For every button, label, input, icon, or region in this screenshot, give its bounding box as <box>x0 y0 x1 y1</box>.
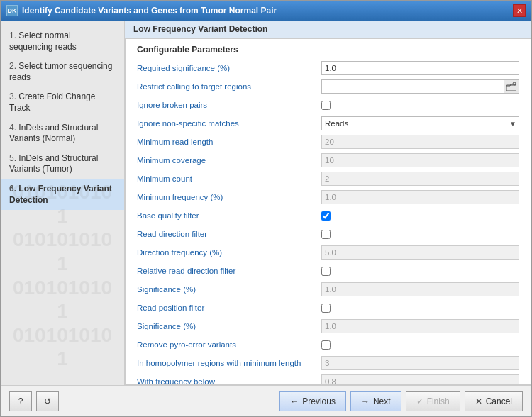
field-restrict-target: Restrict calling to target regions <box>137 79 519 94</box>
field-homopolymer-len: In homopolymer regions with minimum leng… <box>137 355 519 371</box>
label-dir-freq: Direction frequency (%) <box>137 248 321 257</box>
field-remove-pyro: Remove pyro-error variants <box>137 337 519 352</box>
checkbox-read-dir-filter[interactable] <box>321 230 331 239</box>
input-req-sig[interactable] <box>321 61 519 75</box>
input-restrict-target[interactable] <box>321 79 504 94</box>
main-panel: Low Frequency Variant Detection Configur… <box>125 21 531 385</box>
field-significance2: Significance (%) <box>137 318 519 334</box>
next-label: Next <box>373 396 391 406</box>
label-min-freq: Minimum frequency (%) <box>137 193 321 201</box>
main-window: DK Identify Candidate Variants and Genes… <box>0 0 532 417</box>
sidebar-item-step5[interactable]: 5. InDels and Structural Variants (Tumor… <box>1 149 124 179</box>
field-read-pos-filter: Read position filter <box>137 300 519 316</box>
footer: ? ↺ ← Previous → Next ✓ Finish ✕ Cancel <box>1 385 531 416</box>
checkbox-cell-base-quality <box>321 211 331 221</box>
label-rel-read-dir: Relative read direction filter <box>137 267 321 275</box>
reset-button[interactable]: ↺ <box>36 391 59 411</box>
field-min-freq: Minimum frequency (%) <box>137 189 519 205</box>
checkbox-cell-read-dir-filter <box>321 230 331 239</box>
checkbox-remove-pyro[interactable] <box>321 340 331 350</box>
field-with-freq-below: With frequency below <box>137 374 519 385</box>
field-ignore-broken: Ignore broken pairs <box>137 97 519 113</box>
finish-button[interactable]: ✓ Finish <box>406 391 460 411</box>
label-req-sig: Required significance (%) <box>137 64 321 72</box>
input-with-freq-below <box>321 374 519 385</box>
label-significance2: Significance (%) <box>137 322 321 330</box>
label-significance1: Significance (%) <box>137 285 321 294</box>
label-ignore-nonspec: Ignore non-specific matches <box>137 119 321 128</box>
sidebar-item-step3[interactable]: 3. Create Fold Change Track <box>1 87 124 118</box>
sidebar: 1. Select normal sequencing reads 2. Sel… <box>1 21 125 385</box>
title-bar: DK Identify Candidate Variants and Genes… <box>1 1 531 21</box>
window-title: Identify Candidate Variants and Genes fr… <box>22 6 277 16</box>
footer-left: ? ↺ <box>9 391 59 411</box>
field-min-count: Minimum count <box>137 171 519 187</box>
checkbox-read-pos-filter[interactable] <box>321 304 331 313</box>
form-area: Configurable Parameters Required signifi… <box>125 38 531 385</box>
checkmark-icon: ✓ <box>416 396 423 406</box>
panel-header: Low Frequency Variant Detection <box>125 21 531 38</box>
footer-right: ← Previous → Next ✓ Finish ✕ Cancel <box>279 391 523 411</box>
finish-label: Finish <box>427 396 450 406</box>
section-header: Configurable Parameters <box>137 45 519 55</box>
checkbox-rel-read-dir[interactable] <box>321 267 331 276</box>
label-restrict-target: Restrict calling to target regions <box>137 82 321 91</box>
field-min-coverage: Minimum coverage <box>137 152 519 168</box>
input-min-read-len <box>321 135 519 149</box>
label-min-count: Minimum count <box>137 174 321 183</box>
field-ignore-nonspec: Ignore non-specific matches Reads None B… <box>137 116 519 131</box>
sidebar-item-step1[interactable]: 1. Select normal sequencing reads <box>1 26 124 57</box>
next-arrow-icon: → <box>361 396 370 406</box>
input-dir-freq <box>321 245 519 260</box>
input-homopolymer-len <box>321 356 519 370</box>
sidebar-item-step6[interactable]: 6. Low Frequency Variant Detection <box>1 179 124 210</box>
label-read-pos-filter: Read position filter <box>137 304 321 312</box>
cancel-label: Cancel <box>486 396 512 406</box>
label-ignore-broken: Ignore broken pairs <box>137 101 321 109</box>
help-icon: ? <box>18 396 23 406</box>
help-button[interactable]: ? <box>9 391 32 411</box>
input-significance2 <box>321 319 519 333</box>
window-icon: DK <box>6 5 18 16</box>
checkbox-cell-read-pos-filter <box>321 304 331 313</box>
field-base-quality: Base quality filter <box>137 208 519 223</box>
sidebar-item-step4[interactable]: 4. InDels and Structural Variants (Norma… <box>1 118 124 149</box>
input-min-coverage <box>321 153 519 167</box>
field-significance1: Significance (%) <box>137 282 519 297</box>
select-ignore-nonspec[interactable]: Reads None Both <box>321 116 519 130</box>
input-significance1 <box>321 282 519 296</box>
label-base-quality: Base quality filter <box>137 211 321 220</box>
previous-arrow-icon: ← <box>290 396 299 406</box>
browse-button[interactable] <box>504 79 519 94</box>
checkbox-cell-rel-read-dir <box>321 267 331 276</box>
field-min-read-len: Minimum read length <box>137 134 519 150</box>
checkbox-base-quality[interactable] <box>321 211 331 221</box>
label-remove-pyro: Remove pyro-error variants <box>137 340 321 349</box>
label-with-freq-below: With frequency below <box>137 377 321 385</box>
label-min-read-len: Minimum read length <box>137 138 321 146</box>
field-dir-freq: Direction frequency (%) <box>137 245 519 260</box>
next-button[interactable]: → Next <box>350 391 401 411</box>
input-min-freq <box>321 190 519 204</box>
previous-button[interactable]: ← Previous <box>279 391 346 411</box>
label-read-dir-filter: Read direction filter <box>137 230 321 238</box>
cancel-button[interactable]: ✕ Cancel <box>465 391 523 411</box>
content-area: 1. Select normal sequencing reads 2. Sel… <box>1 21 531 385</box>
field-req-sig: Required significance (%) <box>137 60 519 76</box>
checkbox-cell-ignore-broken <box>321 101 331 110</box>
field-read-dir-filter: Read direction filter <box>137 226 519 242</box>
x-icon: ✕ <box>475 396 482 406</box>
field-rel-read-dir: Relative read direction filter <box>137 263 519 279</box>
input-min-count <box>321 172 519 186</box>
checkbox-cell-remove-pyro <box>321 340 331 350</box>
sidebar-item-step2[interactable]: 2. Select tumor sequencing reads <box>1 57 124 87</box>
checkbox-ignore-broken[interactable] <box>321 101 331 110</box>
close-button[interactable]: ✕ <box>513 4 526 17</box>
label-min-coverage: Minimum coverage <box>137 156 321 165</box>
reset-icon: ↺ <box>44 396 51 406</box>
previous-label: Previous <box>302 396 336 406</box>
label-homopolymer-len: In homopolymer regions with minimum leng… <box>137 359 321 367</box>
